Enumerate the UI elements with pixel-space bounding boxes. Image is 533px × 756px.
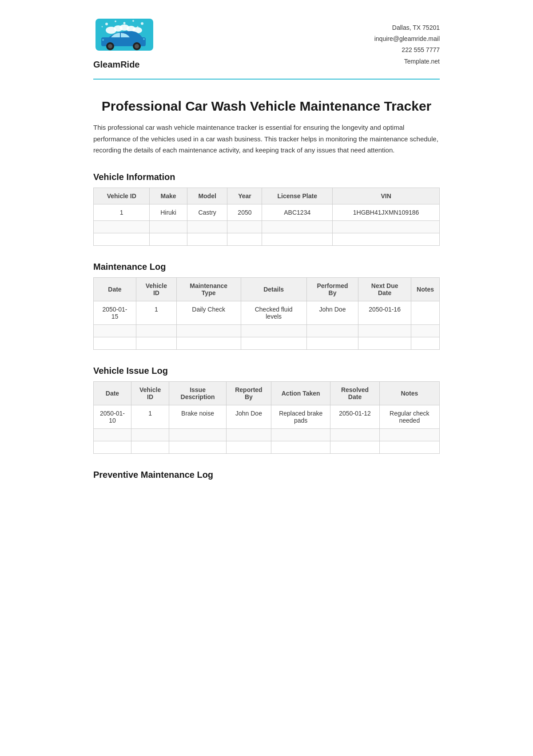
ml-performed-e: [306, 324, 358, 337]
vi-plate-empty2: [262, 233, 333, 245]
header-divider: [93, 79, 440, 80]
ml-col-date: Date: [94, 277, 136, 301]
vi-year: 2050: [227, 204, 262, 220]
ml-notes: [411, 301, 440, 324]
table-row: [94, 324, 440, 337]
vi-id-empty2: [94, 233, 150, 245]
ml-performed: John Doe: [306, 301, 358, 324]
il-reported: John Doe: [226, 405, 271, 428]
il-vid-e: [131, 428, 169, 441]
il-notes-e2: [379, 441, 439, 453]
vi-vin-empty: [333, 220, 440, 233]
il-col-action: Action Taken: [271, 381, 330, 405]
company-address: Dallas, TX 75201: [374, 22, 440, 33]
document-description: This professional car wash vehicle maint…: [93, 122, 440, 156]
svg-point-6: [102, 26, 103, 28]
il-col-notes: Notes: [379, 381, 439, 405]
il-col-issue: Issue Description: [169, 381, 227, 405]
svg-point-15: [108, 44, 112, 48]
ml-type: Daily Check: [176, 301, 241, 324]
ml-vid-e: [136, 324, 176, 337]
il-issue-e: [169, 428, 227, 441]
ml-col-type: Maintenance Type: [176, 277, 241, 301]
vi-vin: 1HGBH41JXMN109186: [333, 204, 440, 220]
svg-point-2: [115, 20, 116, 22]
vi-id: 1: [94, 204, 150, 220]
vi-model-empty2: [187, 233, 227, 245]
company-website: Template.net: [374, 56, 440, 67]
vehicle-issue-log-table: Date Vehicle ID Issue Description Report…: [93, 381, 440, 454]
vi-vin-empty2: [333, 233, 440, 245]
ml-vid: 1: [136, 301, 176, 324]
vehicle-issue-log-title: Vehicle Issue Log: [93, 366, 440, 376]
vh-col-vin: VIN: [333, 188, 440, 204]
svg-point-5: [141, 22, 143, 25]
vh-col-id: Vehicle ID: [94, 188, 150, 204]
ml-details-e: [241, 324, 306, 337]
vi-make-empty2: [150, 233, 187, 245]
page-header: GleamRide Dallas, TX 75201 inquire@gleam…: [93, 18, 440, 70]
ml-col-vid: Vehicle ID: [136, 277, 176, 301]
il-date-e: [94, 428, 131, 441]
vi-year-empty: [227, 220, 262, 233]
table-row: [94, 233, 440, 245]
vi-plate-empty: [262, 220, 333, 233]
il-issue-e2: [169, 441, 227, 453]
vi-model: Castry: [187, 204, 227, 220]
table-row: 1 Hiruki Castry 2050 ABC1234 1HGBH41JXMN…: [94, 204, 440, 220]
vi-make: Hiruki: [150, 204, 187, 220]
ml-performed-e2: [306, 337, 358, 349]
il-issue: Brake noise: [169, 405, 227, 428]
ml-date-e: [94, 324, 136, 337]
il-action-e: [271, 428, 330, 441]
maintenance-log-title: Maintenance Log: [93, 262, 440, 272]
vehicle-info-header: Vehicle ID Make Model Year License Plate…: [94, 188, 440, 204]
ml-nextdue: 2050-01-16: [358, 301, 411, 324]
table-row: [94, 337, 440, 349]
company-phone: 222 555 7777: [374, 44, 440, 56]
svg-point-1: [105, 23, 108, 25]
il-col-reported: Reported By: [226, 381, 271, 405]
preventive-maintenance-title: Preventive Maintenance Log: [93, 470, 440, 480]
company-email: inquire@gleamride.mail: [374, 33, 440, 44]
il-resolved: 2050-01-12: [330, 405, 379, 428]
svg-point-4: [132, 20, 134, 22]
issue-log-header: Date Vehicle ID Issue Description Report…: [94, 381, 440, 405]
il-reported-e2: [226, 441, 271, 453]
table-row: [94, 220, 440, 233]
ml-col-nextdue: Next Due Date: [358, 277, 411, 301]
ml-vid-e2: [136, 337, 176, 349]
ml-date: 2050-01-15: [94, 301, 136, 324]
maintenance-log-table: Date Vehicle ID Maintenance Type Details…: [93, 277, 440, 350]
ml-nextdue-e2: [358, 337, 411, 349]
il-vid-e2: [131, 441, 169, 453]
ml-notes-e2: [411, 337, 440, 349]
vehicle-info-body: 1 Hiruki Castry 2050 ABC1234 1HGBH41JXMN…: [94, 204, 440, 245]
ml-details: Checked fluid levels: [241, 301, 306, 324]
il-col-vid: Vehicle ID: [131, 381, 169, 405]
ml-col-performed: Performed By: [306, 277, 358, 301]
vi-make-empty: [150, 220, 187, 233]
vi-year-empty2: [227, 233, 262, 245]
vh-col-make: Make: [150, 188, 187, 204]
ml-nextdue-e: [358, 324, 411, 337]
vh-col-year: Year: [227, 188, 262, 204]
il-col-resolved: Resolved Date: [330, 381, 379, 405]
ml-type-e: [176, 324, 241, 337]
il-notes: Regular check needed: [379, 405, 439, 428]
il-date-e2: [94, 441, 131, 453]
table-row: 2050-01-15 1 Daily Check Checked fluid l…: [94, 301, 440, 324]
vi-model-empty: [187, 220, 227, 233]
vehicle-information-table: Vehicle ID Make Model Year License Plate…: [93, 188, 440, 246]
logo-area: GleamRide: [93, 18, 155, 70]
il-reported-e: [226, 428, 271, 441]
table-row: [94, 428, 440, 441]
il-action: Replaced brake pads: [271, 405, 330, 428]
svg-point-3: [123, 22, 126, 24]
il-vid: 1: [131, 405, 169, 428]
ml-notes-e: [411, 324, 440, 337]
vehicle-information-title: Vehicle Information: [93, 172, 440, 182]
issue-log-body: 2050-01-10 1 Brake noise John Doe Replac…: [94, 405, 440, 453]
maintenance-log-body: 2050-01-15 1 Daily Check Checked fluid l…: [94, 301, 440, 349]
table-row: 2050-01-10 1 Brake noise John Doe Replac…: [94, 405, 440, 428]
